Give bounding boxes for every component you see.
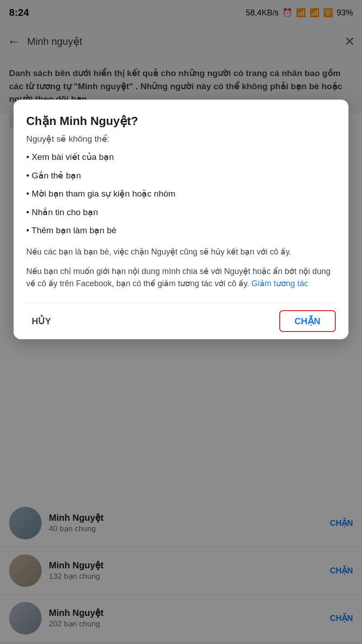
modal-title: Chặn Minh Nguyệt? (26, 114, 336, 128)
bullet-1: • Xem bài viết của bạn (26, 151, 336, 163)
modal-note-1: Nếu các bạn là bạn bè, việc chặn Nguyệt … (26, 246, 336, 258)
modal-actions: HỦY CHẶN (26, 303, 336, 339)
reduce-interaction-link[interactable]: Giảm tương tác (252, 279, 308, 288)
block-confirm-modal: Chặn Minh Nguyệt? Nguyệt sẽ không thể: •… (14, 100, 348, 339)
cancel-button[interactable]: HỦY (26, 312, 57, 330)
bullet-2: • Gắn thẻ bạn (26, 170, 336, 182)
bullet-4: • Nhắn tin cho bạn (26, 207, 336, 219)
modal-subtitle: Nguyệt sẽ không thể: (26, 134, 336, 144)
bullet-3: • Mời bạn tham gia sự kiện hoặc nhóm (26, 188, 336, 200)
bullet-5: • Thêm bạn làm bạn bè (26, 225, 336, 237)
modal-note-2: Nếu bạn chỉ muốn giới hạn nội dung mình … (26, 265, 336, 290)
block-confirm-button[interactable]: CHẶN (279, 310, 336, 332)
page-container: 8:24 58,4KB/s ⏰ 📶 📶 🛜 93% ← Minh nguyệt … (0, 0, 362, 644)
modal-note-1-text: Nếu các bạn là bạn bè, việc chặn Nguyệt … (26, 247, 291, 256)
